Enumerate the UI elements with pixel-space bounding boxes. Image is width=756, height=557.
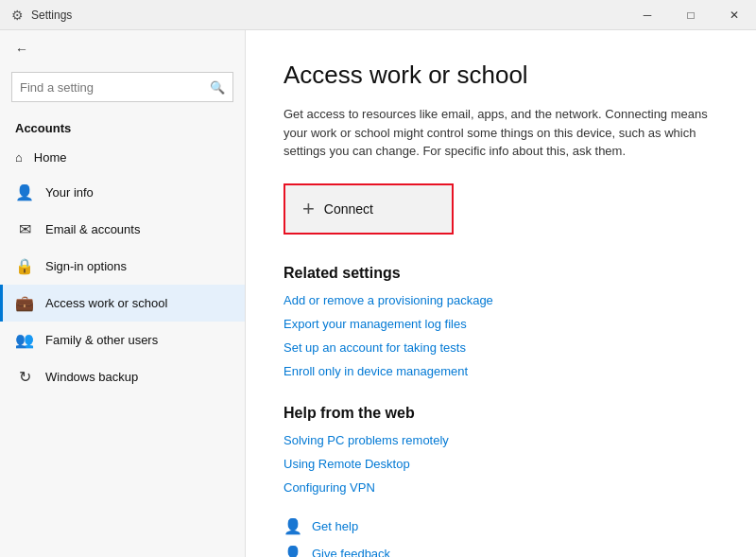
briefcase-icon: 💼: [15, 294, 34, 312]
sidebar-item-email-accounts[interactable]: ✉ Email & accounts: [0, 211, 245, 248]
related-link-management-log[interactable]: Export your management log files: [284, 317, 718, 331]
sidebar-nav-top: ←: [0, 30, 245, 68]
related-link-device-management[interactable]: Enroll only in device management: [284, 364, 718, 378]
help-link-solving-pc[interactable]: Solving PC problems remotely: [284, 433, 718, 447]
titlebar: ⚙ Settings ─ □ ✕: [0, 0, 756, 30]
sign-in-icon: 🔒: [15, 257, 34, 275]
email-icon: ✉: [15, 220, 34, 238]
sidebar-section-label: Accounts: [0, 113, 245, 141]
get-help-label: Get help: [312, 519, 358, 533]
home-icon: ⌂: [15, 150, 23, 165]
sidebar-item-windows-backup[interactable]: ↻ Windows backup: [0, 358, 245, 395]
related-links: Add or remove a provisioning package Exp…: [284, 293, 718, 378]
search-input[interactable]: [20, 80, 210, 95]
close-button[interactable]: ✕: [713, 0, 756, 30]
get-help-link[interactable]: 👤 Get help: [284, 517, 718, 535]
maximize-button[interactable]: □: [669, 0, 713, 30]
give-feedback-icon: 👤: [284, 545, 302, 558]
search-box[interactable]: 🔍: [11, 72, 233, 102]
sidebar-item-label: Sign-in options: [45, 259, 127, 273]
give-feedback-link[interactable]: 👤 Give feedback: [284, 545, 718, 558]
footer-links: 👤 Get help 👤 Give feedback: [284, 517, 718, 558]
sidebar-item-access-work-school[interactable]: 💼 Access work or school: [0, 285, 245, 322]
family-icon: 👥: [15, 331, 34, 349]
help-link-remote-desktop[interactable]: Using Remote Desktop: [284, 457, 718, 471]
minimize-button[interactable]: ─: [626, 0, 669, 30]
sidebar-item-label: Family & other users: [45, 333, 158, 347]
related-settings-title: Related settings: [284, 265, 718, 282]
sidebar-item-family-other-users[interactable]: 👥 Family & other users: [0, 322, 245, 358]
help-link-vpn[interactable]: Configuring VPN: [284, 480, 718, 495]
sidebar: ← 🔍 Accounts ⌂ Home 👤 Your info ✉ Email …: [0, 30, 246, 557]
connect-button-label: Connect: [324, 201, 373, 217]
search-icon: 🔍: [210, 80, 225, 95]
app-container: ← 🔍 Accounts ⌂ Home 👤 Your info ✉ Email …: [0, 30, 756, 557]
titlebar-title: Settings: [31, 9, 72, 22]
sidebar-item-label: Access work or school: [45, 296, 167, 310]
main-content: Access work or school Get access to reso…: [246, 30, 756, 557]
get-help-icon: 👤: [284, 517, 302, 535]
your-info-icon: 👤: [15, 183, 34, 201]
back-button[interactable]: ←: [11, 38, 32, 61]
related-link-taking-tests[interactable]: Set up an account for taking tests: [284, 340, 718, 355]
sidebar-item-home[interactable]: ⌂ Home: [0, 141, 245, 174]
sidebar-item-your-info[interactable]: 👤 Your info: [0, 174, 245, 211]
backup-icon: ↻: [15, 368, 34, 386]
plus-icon: +: [302, 199, 315, 219]
window-controls: ─ □ ✕: [626, 0, 756, 30]
titlebar-left: ⚙ Settings: [11, 8, 72, 23]
settings-icon: ⚙: [11, 8, 24, 23]
connect-button[interactable]: + Connect: [284, 183, 454, 235]
give-feedback-label: Give feedback: [312, 547, 390, 558]
sidebar-item-sign-in-options[interactable]: 🔒 Sign-in options: [0, 248, 245, 285]
page-title: Access work or school: [284, 61, 718, 90]
sidebar-item-label: Your info: [45, 185, 94, 200]
help-links: Solving PC problems remotely Using Remot…: [284, 433, 718, 495]
sidebar-item-label: Windows backup: [45, 370, 138, 384]
page-description: Get access to resources like email, apps…: [284, 105, 718, 161]
sidebar-home-label: Home: [34, 150, 67, 165]
help-web-title: Help from the web: [284, 405, 718, 422]
related-link-provisioning[interactable]: Add or remove a provisioning package: [284, 293, 718, 307]
sidebar-item-label: Email & accounts: [45, 222, 140, 236]
